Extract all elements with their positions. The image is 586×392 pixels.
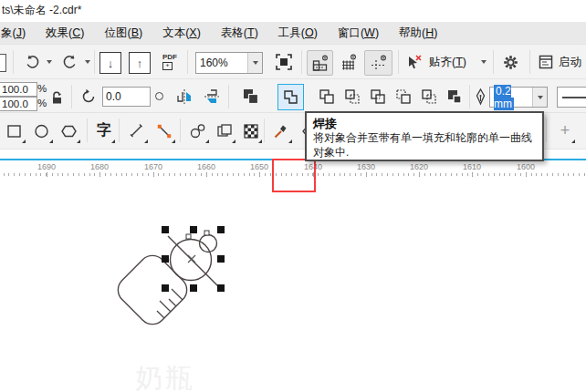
menu-item-help[interactable]: 帮助(H) (389, 26, 447, 41)
label-part: C (72, 26, 80, 39)
selection-center-marker[interactable] (188, 255, 195, 263)
menu-item-tools[interactable]: 工具(O) (268, 26, 328, 41)
ruler-label: 1600 (512, 162, 539, 171)
outline-width-combobox[interactable]: 0.2 mm (489, 87, 548, 108)
eyedropper-tool-icon (272, 122, 290, 140)
label-part: X (189, 26, 196, 39)
zoom-dropdown-button[interactable] (247, 53, 262, 73)
blend-tool[interactable] (185, 116, 211, 146)
label-part: B (131, 26, 139, 39)
rotation-angle-field[interactable]: 0.0 (102, 87, 151, 107)
drawing-canvas[interactable]: 奶瓶 (0, 178, 586, 392)
label-part: 效果( (46, 26, 72, 39)
guidelines-toggle-button[interactable] (364, 50, 392, 76)
selection-handles[interactable] (162, 226, 225, 292)
pattern-fill-tool[interactable] (238, 116, 264, 146)
trim-button[interactable] (316, 86, 338, 108)
pdf-export-button[interactable]: PDF+ (156, 51, 183, 73)
ruler-ticks (0, 173, 586, 176)
bezier-tool-icon (155, 122, 173, 140)
ruler-label: 1690 (33, 162, 60, 171)
snap-dropdown-caret[interactable] (478, 51, 489, 73)
eyedropper-tool[interactable] (268, 116, 294, 146)
label-part: 象( (1, 26, 16, 39)
ruler-label: 1670 (140, 162, 167, 171)
label-part: ) (463, 56, 466, 68)
ruler-label: 1660 (193, 162, 220, 171)
label-part: O (305, 26, 314, 39)
menu-item-effects[interactable]: 效果(C) (36, 26, 94, 41)
menu-item-table[interactable]: 表格(T) (211, 26, 268, 41)
scale-y-value: 100.0 (2, 98, 28, 109)
scale-y-field[interactable]: 100.0 (0, 97, 37, 111)
outline-width-dropdown[interactable] (532, 88, 547, 107)
horizontal-ruler[interactable]: 1690 1680 1670 1660 1650 1640 1630 1620 … (0, 160, 586, 178)
label-part: ) (139, 26, 142, 39)
percent-label: % (37, 83, 47, 94)
create-boundary-icon (445, 88, 464, 106)
title-bar: ts\未命名 -2.cdr* (0, 0, 586, 22)
label-part: T (455, 56, 463, 68)
import-button[interactable]: ↓ (99, 52, 121, 74)
menu-item-bitmaps[interactable]: 位图(B) (94, 26, 152, 41)
export-button[interactable]: ↑ (129, 52, 151, 74)
grid-toggle-button[interactable] (336, 50, 361, 74)
undo-icon (23, 53, 41, 71)
simplify-button[interactable] (367, 86, 389, 108)
redo-dropdown[interactable] (82, 51, 93, 73)
ellipse-tool[interactable] (29, 116, 55, 146)
snap-to-dropdown[interactable]: 贴齐(T) (429, 51, 466, 73)
snap-off-button[interactable] (403, 51, 426, 73)
intersect-button[interactable] (341, 86, 363, 108)
line-tool[interactable] (124, 116, 150, 146)
menu-item-window[interactable]: 窗口(W) (328, 26, 389, 41)
menu-item-object[interactable]: 象(J) (0, 26, 36, 41)
text-tool[interactable]: 字 (91, 116, 117, 146)
polygon-tool-icon (60, 122, 78, 140)
label-part: 文本( (162, 26, 189, 39)
label-part: T (247, 26, 255, 39)
undo-dropdown[interactable] (44, 51, 55, 73)
rulers-toggle-button[interactable] (307, 50, 333, 76)
back-minus-front-button[interactable] (418, 86, 440, 108)
rectangle-tool[interactable] (2, 116, 27, 146)
lock-ratio-button[interactable] (48, 88, 65, 106)
label-part: H (425, 26, 434, 39)
mirror-vertical-button[interactable] (201, 86, 223, 108)
ruler-label: 1650 (246, 162, 273, 171)
curve-nodes[interactable] (186, 231, 209, 239)
redo-button[interactable] (58, 51, 82, 73)
weld-button[interactable] (277, 84, 304, 110)
clipped-paste-icon (0, 54, 6, 72)
front-minus-back-button[interactable] (392, 86, 414, 108)
launch-label[interactable]: 启动 (559, 55, 581, 70)
create-boundary-button[interactable] (444, 86, 466, 108)
percent-label: % (37, 98, 47, 108)
rotation-angle-value: 0.0 (106, 90, 121, 103)
fullscreen-icon (275, 53, 293, 71)
outline-style-selector[interactable] (557, 87, 586, 108)
options-button[interactable] (498, 50, 522, 74)
coreldraw-window: { "window": { "title": "ts\\未命名 -2.cdr*"… (0, 0, 586, 392)
launch-button[interactable] (535, 51, 557, 73)
fullscreen-preview-button[interactable] (272, 51, 296, 73)
add-tool-icon: + (560, 121, 570, 140)
trim-icon (318, 88, 336, 106)
polygon-tool[interactable] (57, 116, 82, 146)
bottle-body-shape[interactable] (112, 250, 193, 330)
bezier-tool[interactable] (152, 116, 177, 146)
zoom-level-combobox[interactable]: 160% (195, 52, 263, 74)
mirror-horizontal-button[interactable] (173, 86, 195, 108)
ruler-label: 1610 (458, 162, 486, 171)
outline-width-value: 0.2 mm (494, 85, 514, 110)
ruler-label: 1620 (405, 162, 433, 171)
text-tool-icon: 字 (97, 121, 111, 140)
menu-item-text[interactable]: 文本(X) (152, 26, 211, 41)
combine-button[interactable] (239, 86, 263, 108)
add-tool-button[interactable]: + (553, 116, 577, 146)
transparency-tool[interactable] (212, 116, 237, 146)
simplify-icon (369, 88, 387, 106)
import-icon: ↓ (108, 57, 114, 70)
undo-button[interactable] (20, 51, 44, 73)
scale-x-field[interactable]: 100.0 (0, 82, 37, 97)
